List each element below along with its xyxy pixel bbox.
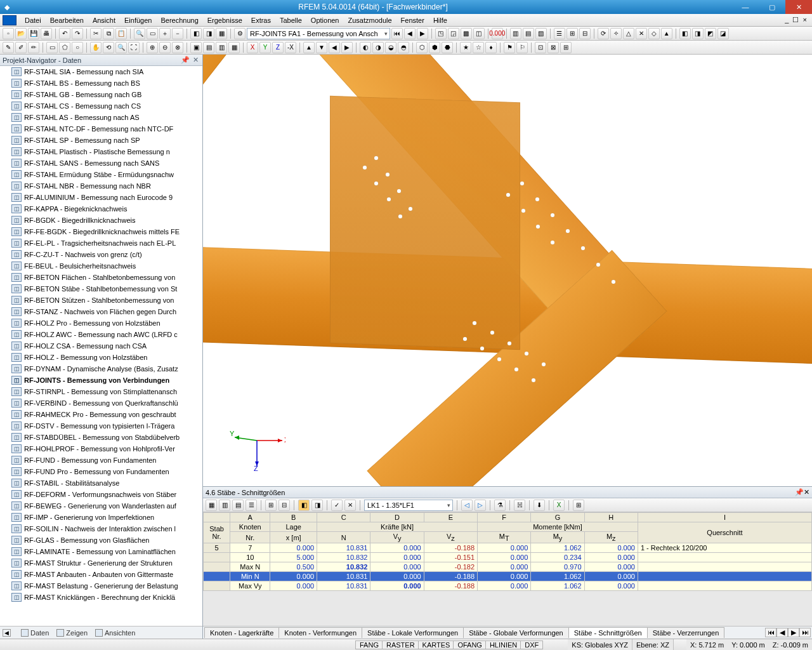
- t7-icon[interactable]: ⟳: [598, 28, 609, 39]
- render4-icon[interactable]: ◫: [473, 28, 485, 39]
- close-pane-icon[interactable]: ✕: [191, 56, 200, 64]
- tree-item[interactable]: ◫RF-STAHL SIA - Bemessung nach SIA: [0, 66, 202, 77]
- tree-item[interactable]: ◫RF-STAHL GB - Bemessung nach GB: [0, 89, 202, 100]
- tree-item[interactable]: ◫RF-BGDK - Biegedrillknicknachweis: [0, 215, 202, 226]
- e15-icon[interactable]: ⚑: [504, 42, 515, 53]
- result-tab[interactable]: Stäbe - Lokale Verformungen: [362, 627, 464, 638]
- view2-icon[interactable]: ◨: [203, 28, 214, 39]
- nav-next-icon[interactable]: ▶: [417, 28, 428, 39]
- nav-tab-zeigen[interactable]: Zeigen: [56, 629, 88, 637]
- maximize-button[interactable]: ▢: [759, 0, 785, 14]
- menu-optionen[interactable]: Optionen: [306, 15, 344, 25]
- zoomin-icon[interactable]: ＋: [159, 28, 171, 39]
- e13-icon[interactable]: ☆: [473, 42, 484, 53]
- pin-icon[interactable]: 📌: [181, 56, 190, 64]
- filter-icon[interactable]: ⚗: [494, 500, 506, 511]
- tree-item[interactable]: ◫RF-GLAS - Bemessung von Glasflächen: [0, 534, 202, 546]
- result-tab[interactable]: Knoten - Lagerkräfte: [204, 627, 279, 638]
- tree-item[interactable]: ◫RF-HOLZ Pro - Bemessung von Holzstäben: [0, 317, 202, 329]
- tree-item[interactable]: ◫RF-STABIL - Stabilitätsanalyse: [0, 477, 202, 489]
- tt4-icon[interactable]: ☰: [246, 500, 257, 511]
- print-icon[interactable]: 🖶: [41, 28, 52, 39]
- select-icon[interactable]: ▭: [147, 28, 158, 39]
- sel-poly-icon[interactable]: ⬠: [59, 42, 70, 53]
- status-toggle-fang[interactable]: FANG: [355, 640, 383, 649]
- d1-icon[interactable]: ⊕: [147, 42, 158, 53]
- t9-icon[interactable]: △: [623, 28, 634, 39]
- tree-item[interactable]: ◫RF-STANZ - Nachweis von Flächen gegen D…: [0, 306, 202, 317]
- tree-item[interactable]: ◫RF-VERBIND - Bemessung von Querkraftans…: [0, 397, 202, 409]
- copy-icon[interactable]: ⧉: [103, 28, 114, 39]
- t14-icon[interactable]: ◨: [692, 28, 704, 39]
- result-tab[interactable]: Stäbe - Schnittgrößen: [568, 627, 648, 638]
- zoom-win-icon[interactable]: 🔍: [115, 42, 127, 53]
- result-tab[interactable]: Stäbe - Verzerrungen: [647, 627, 725, 638]
- tree-item[interactable]: ◫RF-STAHL Ermüdung Stäbe - Ermüdungsnach…: [0, 169, 202, 180]
- tree-item[interactable]: ◫RF-EL-PL - Tragsicherheitsnachweis nach…: [0, 237, 202, 249]
- tree-item[interactable]: ◫RF-BETON Stützen - Stahlbetonbemessung …: [0, 295, 202, 306]
- t13-icon[interactable]: ◧: [679, 28, 691, 39]
- e16-icon[interactable]: ⚐: [516, 42, 528, 53]
- tree-item[interactable]: ◫RF-JOINTS - Bemessung von Verbindungen: [0, 375, 202, 386]
- t12-icon[interactable]: ▲: [661, 28, 672, 39]
- d6-icon[interactable]: ▥: [216, 42, 227, 53]
- tabnav-icon[interactable]: ◀: [776, 628, 788, 637]
- cut-icon[interactable]: ✂: [90, 28, 102, 39]
- tree-item[interactable]: ◫RF-MAST Belastung - Generierung der Bel…: [0, 580, 202, 592]
- paste-icon[interactable]: 📋: [115, 28, 127, 39]
- zoom-fit-icon[interactable]: ⛶: [128, 42, 140, 53]
- sel-circle-icon[interactable]: ○: [72, 42, 83, 53]
- e8-icon[interactable]: ◓: [398, 42, 409, 53]
- tree-item[interactable]: ◫RF-LAMINATE - Bemessung von Laminatfläc…: [0, 546, 202, 557]
- r2-c-icon[interactable]: ✏: [28, 42, 39, 53]
- tree-item[interactable]: ◫RF-HOLZ - Bemessung von Holzstäben: [0, 352, 202, 363]
- tt11-icon[interactable]: ☵: [514, 500, 525, 511]
- render2-icon[interactable]: ◲: [448, 28, 459, 39]
- tt10-icon[interactable]: ✕: [344, 500, 356, 511]
- zoomout-icon[interactable]: －: [172, 28, 183, 39]
- axis-x-icon[interactable]: X: [247, 42, 258, 53]
- tabnav-icon[interactable]: ⏮: [765, 628, 776, 637]
- nav-first-icon[interactable]: ⏮: [391, 28, 403, 39]
- tree-item[interactable]: ◫RF-MAST Struktur - Generierung der Stru…: [0, 557, 202, 569]
- e5-icon[interactable]: ◐: [360, 42, 371, 53]
- r2-a-icon[interactable]: ✎: [3, 42, 14, 53]
- menu-datei[interactable]: Datei: [20, 15, 46, 25]
- tabnav-icon[interactable]: ▶: [788, 628, 799, 637]
- menu-einfügen[interactable]: Einfügen: [120, 15, 156, 25]
- status-toggle-kartes[interactable]: KARTES: [418, 640, 455, 649]
- e18-icon[interactable]: ⊠: [547, 42, 559, 53]
- tree-item[interactable]: ◫RF-STAHL BS - Bemessung nach BS: [0, 77, 202, 89]
- num-icon[interactable]: 0.000: [492, 28, 503, 39]
- tt5-icon[interactable]: ⊞: [265, 500, 277, 511]
- navigator-tree[interactable]: ◫RF-STAHL SIA - Bemessung nach SIA◫RF-ST…: [0, 66, 202, 626]
- tool-a-icon[interactable]: ⚙: [234, 28, 246, 39]
- pin-icon[interactable]: 📌: [795, 488, 804, 496]
- menu-fenster[interactable]: Fenster: [396, 15, 429, 25]
- tree-item[interactable]: ◫RF-DYNAM - Dynamische Analyse (Basis, Z…: [0, 363, 202, 375]
- tree-item[interactable]: ◫RF-KAPPA - Biegeknicknachweis: [0, 203, 202, 215]
- t3-icon[interactable]: ▧: [535, 28, 547, 39]
- tree-item[interactable]: ◫RF-STAHL Plastisch - Plastische Bemessu…: [0, 146, 202, 157]
- e12-icon[interactable]: ★: [460, 42, 471, 53]
- render3-icon[interactable]: ▩: [461, 28, 472, 39]
- nav-prev-icon[interactable]: ◀: [404, 28, 416, 39]
- redo-icon[interactable]: ↷: [72, 28, 83, 39]
- tree-item[interactable]: ◫RF-STAHL CS - Bemessung nach CS: [0, 100, 202, 112]
- e6-icon[interactable]: ◑: [372, 42, 384, 53]
- 3d-viewport[interactable]: X Y Z: [203, 55, 812, 486]
- tree-item[interactable]: ◫RF-FE-BGDK - Biegedrillknicknachweis mi…: [0, 226, 202, 237]
- next-icon[interactable]: ▷: [475, 500, 486, 511]
- tree-item[interactable]: ◫RF-HOHLPROF - Bemessung von Hohlprofil-…: [0, 443, 202, 454]
- close-pane-icon[interactable]: ✕: [804, 488, 809, 496]
- t6-icon[interactable]: ⊟: [579, 28, 591, 39]
- tree-item[interactable]: ◫RF-MAST Knicklängen - Berechnung der Kn…: [0, 592, 202, 603]
- nav-tab-daten[interactable]: Daten: [21, 629, 49, 637]
- menu-berechnung[interactable]: Berechnung: [156, 15, 202, 25]
- new-icon[interactable]: ▫: [3, 28, 14, 39]
- find-icon[interactable]: 🔍: [134, 28, 145, 39]
- d4-icon[interactable]: ▣: [190, 42, 202, 53]
- tree-item[interactable]: ◫RF-DSTV - Bemessung von typisierten I-T…: [0, 420, 202, 432]
- t15-icon[interactable]: ◩: [705, 28, 716, 39]
- e11-icon[interactable]: ⬣: [442, 42, 453, 53]
